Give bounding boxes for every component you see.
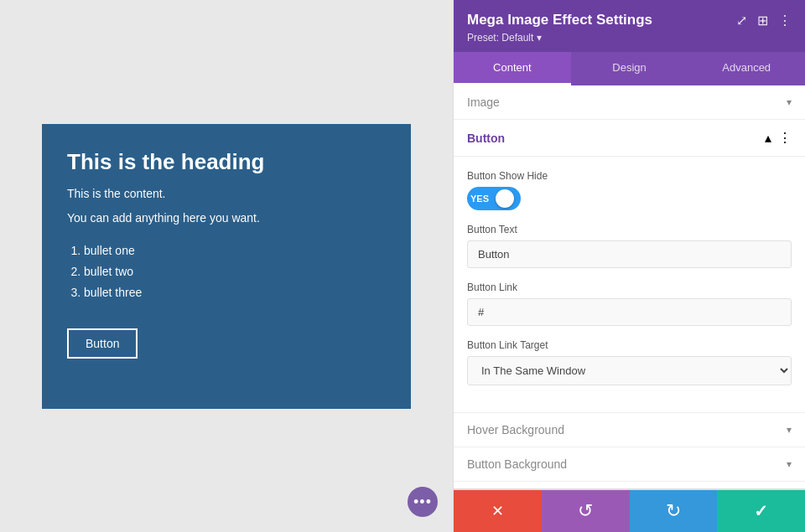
button-link-target-field: Button Link Target In The Same Window In… [467, 339, 792, 385]
image-section-label: Image [467, 96, 500, 109]
panel-preset[interactable]: Preset: Default [467, 32, 792, 44]
panel-body: Image ▾ Button ▴ ⋮ Button Show Hide YES [454, 85, 805, 488]
panel-title: Mega Image Effect Settings [467, 12, 652, 28]
preview-card: This is the heading This is the content.… [42, 124, 411, 409]
hover-bg-chevron-icon: ▾ [787, 424, 792, 436]
button-section-header[interactable]: Button ▴ ⋮ [454, 120, 805, 157]
preview-list: bullet one bullet two bullet three [84, 240, 386, 304]
undo-button[interactable]: ↺ [542, 490, 630, 532]
cancel-button[interactable]: ✕ [454, 490, 542, 532]
toggle-yes-label: YES [470, 194, 489, 204]
floating-menu-button[interactable]: ••• [408, 487, 438, 517]
preview-content-2: You can add anything here you want. [67, 209, 386, 227]
settings-panel: Mega Image Effect Settings ⤢ ⊞ ⋮ Preset:… [453, 0, 805, 532]
save-icon: ✓ [754, 501, 768, 521]
panel-footer: ✕ ↺ ↻ ✓ [454, 488, 805, 532]
dots-icon: ••• [413, 493, 432, 511]
image-chevron-icon: ▾ [787, 96, 792, 108]
tab-design[interactable]: Design [571, 52, 688, 85]
panel-header-icons: ⤢ ⊞ ⋮ [736, 13, 792, 28]
list-item-2: bullet two [84, 261, 386, 282]
redo-icon: ↻ [666, 500, 681, 522]
toggle-button[interactable]: YES [467, 187, 521, 210]
panel-tabs: Content Design Advanced [454, 52, 805, 85]
redo-button[interactable]: ↻ [630, 490, 718, 532]
list-item-1: bullet one [84, 240, 386, 261]
button-bg-section-header[interactable]: Button Background ▾ [454, 447, 805, 482]
button-link-field: Button Link [467, 281, 792, 326]
button-link-label: Button Link [467, 281, 792, 293]
preview-area: This is the heading This is the content.… [0, 0, 453, 532]
expand-icon[interactable]: ⤢ [736, 13, 747, 28]
toggle-wrapper: YES [467, 187, 792, 210]
more-options-icon[interactable]: ⋮ [778, 13, 792, 28]
hover-bg-section-label: Hover Background [467, 423, 564, 436]
button-section-collapse-icon[interactable]: ▴ [765, 130, 771, 146]
panel-header-top: Mega Image Effect Settings ⤢ ⊞ ⋮ [467, 12, 792, 28]
button-bg-chevron-icon: ▾ [787, 458, 792, 470]
show-hide-label: Button Show Hide [467, 170, 792, 182]
image-section-header[interactable]: Image ▾ [454, 85, 805, 120]
preview-heading: This is the heading [67, 149, 386, 175]
preview-button[interactable]: Button [67, 328, 138, 359]
panel-header: Mega Image Effect Settings ⤢ ⊞ ⋮ Preset:… [454, 0, 805, 52]
button-link-input[interactable] [467, 298, 792, 326]
button-text-label: Button Text [467, 224, 792, 235]
tab-advanced[interactable]: Advanced [688, 52, 805, 85]
button-section-label: Button [467, 132, 505, 145]
tab-content[interactable]: Content [454, 52, 571, 85]
preview-content-1: This is the content. [67, 185, 386, 203]
list-item-3: bullet three [84, 282, 386, 303]
button-text-input[interactable] [467, 240, 792, 268]
save-button[interactable]: ✓ [717, 490, 805, 532]
button-text-field: Button Text [467, 224, 792, 268]
button-link-target-select[interactable]: In The Same Window In A New Tab [467, 356, 792, 385]
button-link-target-label: Button Link Target [467, 339, 792, 351]
undo-icon: ↺ [578, 500, 593, 522]
cancel-icon: ✕ [491, 502, 504, 520]
toggle-circle [496, 189, 514, 208]
button-section-body: Button Show Hide YES Button Text Button … [454, 157, 805, 413]
hover-bg-section-header[interactable]: Hover Background ▾ [454, 413, 805, 447]
button-section-actions: ▴ ⋮ [765, 130, 792, 146]
button-bg-section-label: Button Background [467, 457, 567, 471]
grid-icon[interactable]: ⊞ [757, 13, 768, 28]
show-hide-field: Button Show Hide YES [467, 170, 792, 210]
button-section-more-icon[interactable]: ⋮ [778, 130, 792, 146]
